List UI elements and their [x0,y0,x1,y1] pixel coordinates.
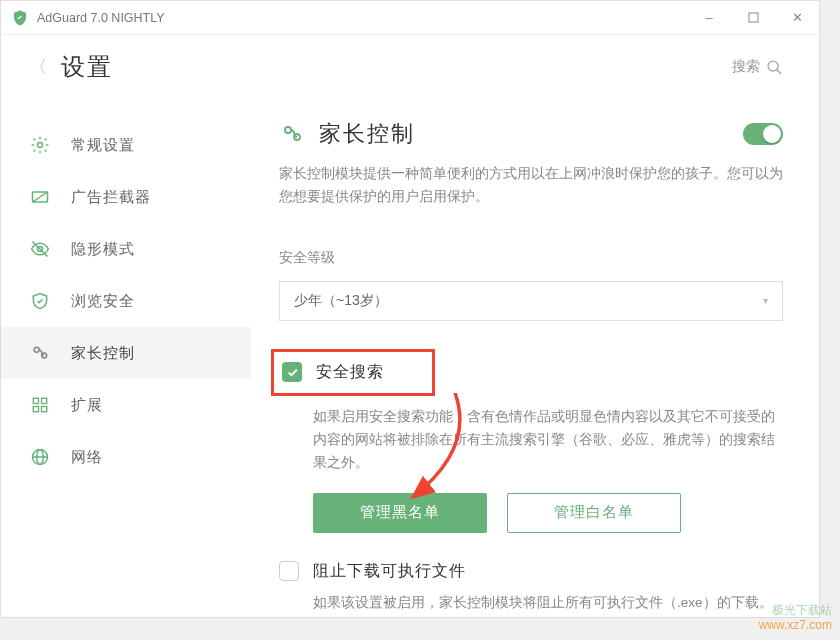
sidebar-item-label: 家长控制 [71,344,135,363]
globe-icon [29,446,51,468]
svg-rect-0 [749,13,758,22]
svg-point-17 [285,127,291,133]
sidebar-item-label: 浏览安全 [71,292,135,311]
svg-rect-10 [33,398,38,403]
svg-rect-13 [42,407,47,412]
chevron-down-icon: ▾ [763,295,768,306]
sidebar-item-general[interactable]: 常规设置 [1,119,251,171]
sidebar: 常规设置 广告拦截器 隐形模式 浏览安全 家长控制 扩展 [1,99,251,617]
level-label: 安全等级 [279,249,783,267]
safesearch-desc: 如果启用安全搜索功能，含有色情作品或明显色情内容以及其它不可接受的内容的网站将被… [279,406,783,475]
blacklist-button[interactable]: 管理黑名单 [313,493,487,533]
sidebar-item-label: 隐形模式 [71,240,135,259]
app-title: AdGuard 7.0 NIGHTLY [37,11,687,25]
level-select[interactable]: 少年（~13岁） ▾ [279,281,783,321]
block-exec-checkbox[interactable] [279,561,299,581]
app-logo-icon [11,9,29,27]
parental-toggle[interactable] [743,123,783,145]
search-label: 搜索 [732,58,760,76]
titlebar: AdGuard 7.0 NIGHTLY – ✕ [1,1,819,35]
safesearch-checkbox[interactable] [282,362,302,382]
sidebar-item-stealth[interactable]: 隐形模式 [1,223,251,275]
sidebar-item-label: 扩展 [71,396,103,415]
whitelist-button[interactable]: 管理白名单 [507,493,681,533]
grid-icon [29,394,51,416]
block-exec-desc: 如果该设置被启用，家长控制模块将阻止所有可执行文件（.exe）的下载。这将避免你… [279,592,783,617]
sidebar-item-adblock[interactable]: 广告拦截器 [1,171,251,223]
sidebar-item-label: 常规设置 [71,136,135,155]
search-icon [766,59,783,76]
page-title: 设置 [61,51,732,83]
section-desc: 家长控制模块提供一种简单便利的方式用以在上网冲浪时保护您的孩子。您可以为您想要提… [279,163,783,209]
safesearch-row: 安全搜索 [271,349,435,396]
main-panel: 家长控制 家长控制模块提供一种简单便利的方式用以在上网冲浪时保护您的孩子。您可以… [251,99,819,617]
sidebar-item-label: 广告拦截器 [71,188,151,207]
sidebar-item-safebrowsing[interactable]: 浏览安全 [1,275,251,327]
section-title: 家长控制 [319,119,743,149]
gear-icon [29,134,51,156]
svg-line-2 [777,69,781,73]
watermark-line2: www.xz7.com [759,618,832,634]
minimize-button[interactable]: – [687,1,731,35]
parental-icon [279,121,305,147]
maximize-button[interactable] [731,1,775,35]
svg-point-3 [38,143,43,148]
shield-icon [29,290,51,312]
close-button[interactable]: ✕ [775,1,819,35]
svg-point-8 [34,347,39,352]
safesearch-label: 安全搜索 [316,362,384,383]
sidebar-item-extensions[interactable]: 扩展 [1,379,251,431]
sidebar-item-network[interactable]: 网络 [1,431,251,483]
level-value: 少年（~13岁） [294,292,388,310]
svg-point-1 [768,61,778,71]
block-icon [29,186,51,208]
svg-line-5 [33,192,48,202]
eye-off-icon [29,238,51,260]
sidebar-item-parental[interactable]: 家长控制 [1,327,251,379]
page-header: 〈 设置 搜索 [1,35,819,99]
block-exec-row: 阻止下载可执行文件 [279,561,783,582]
block-exec-label: 阻止下载可执行文件 [313,561,466,582]
back-button[interactable]: 〈 [29,55,47,79]
parental-icon [29,342,51,364]
sidebar-item-label: 网络 [71,448,103,467]
svg-rect-11 [42,398,47,403]
svg-rect-12 [33,407,38,412]
search-button[interactable]: 搜索 [732,58,783,76]
